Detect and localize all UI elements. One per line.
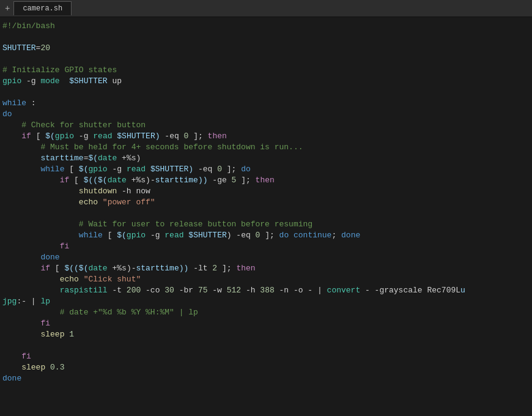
- line-blank-3: [0, 87, 532, 98]
- line-raspistill: raspistill -t 200 -co 30 -br 75 -w 512 -…: [0, 285, 532, 296]
- line-sleep-1: sleep 1: [0, 329, 532, 340]
- line-shutdown: shutdown -h now: [0, 186, 532, 197]
- line-done-outer: done: [0, 373, 532, 384]
- line-comment-held: # Must be held for 4+ seconds before shu…: [0, 142, 532, 153]
- line-comment-date: # date +"%d %b %Y %H:%M" | lp: [0, 307, 532, 318]
- line-gpio-mode: gpio -g mode $SHUTTER up: [0, 76, 532, 87]
- line-shutter-assign: SHUTTER=20: [0, 43, 532, 54]
- line-comment-shutter: # Check for shutter button: [0, 120, 532, 131]
- line-if-gpio-read: if [ $(gpio -g read $SHUTTER) -eq 0 ]; t…: [0, 131, 532, 142]
- line-do-outer: do: [0, 109, 532, 120]
- line-blank-1: [0, 32, 532, 43]
- line-if-ge5: if [ $(($(date +%s)-starttime)) -ge 5 ];…: [0, 175, 532, 186]
- line-blank-4: [0, 208, 532, 219]
- line-while-inner: while [ $(gpio -g read $SHUTTER) -eq 0 ]…: [0, 164, 532, 175]
- line-echo-power-off: echo "power off": [0, 197, 532, 208]
- line-while-release: while [ $(gpio -g read $SHUTTER) -eq 0 ]…: [0, 230, 532, 241]
- line-comment-wait: # Wait for user to release button before…: [0, 219, 532, 230]
- line-fi-outer: fi: [0, 351, 532, 362]
- code-editor: #!/bin/bash SHUTTER=20 # Initialize GPIO…: [0, 17, 532, 416]
- tab-label: camera.sh: [23, 4, 62, 13]
- line-if-lt2: if [ $(($(date +%s)-starttime)) -lt 2 ];…: [0, 263, 532, 274]
- line-1: #!/bin/bash: [0, 21, 532, 32]
- line-blank-2: [0, 54, 532, 65]
- line-jpg-lp: jpg:- | lp: [0, 296, 532, 307]
- line-fi-mid: fi: [0, 318, 532, 329]
- line-fi-inner: fi: [0, 241, 532, 252]
- line-blank-5: [0, 340, 532, 351]
- line-sleep-03: sleep 0.3: [0, 362, 532, 373]
- line-starttime: starttime=$(date +%s): [0, 153, 532, 164]
- line-echo-click-shut: echo "Click shut": [0, 274, 532, 285]
- file-tab[interactable]: camera.sh: [13, 1, 72, 15]
- line-blank-6: [0, 384, 532, 395]
- line-comment-gpio: # Initialize GPIO states: [0, 65, 532, 76]
- line-while-outer: while :: [0, 98, 532, 109]
- line-done-inner: done: [0, 252, 532, 263]
- title-bar: + camera.sh: [0, 0, 532, 17]
- new-tab-button[interactable]: +: [5, 4, 10, 13]
